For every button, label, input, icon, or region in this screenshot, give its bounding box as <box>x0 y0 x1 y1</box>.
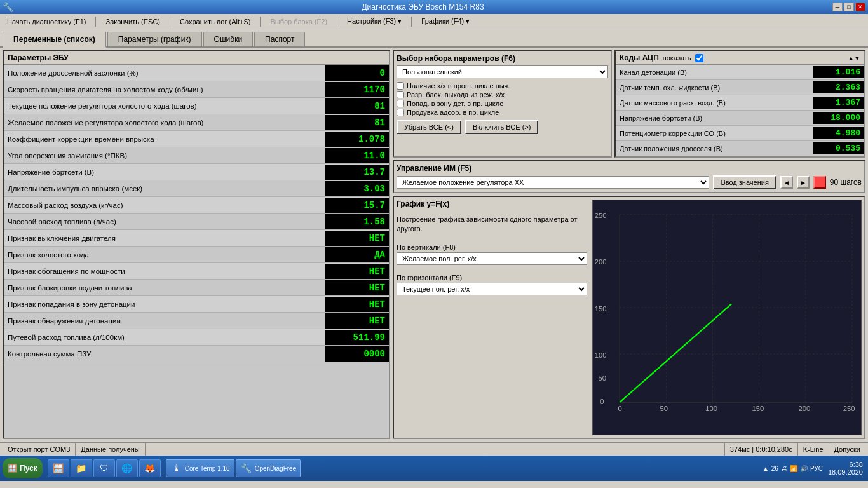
tab-passport[interactable]: Паспорт <box>254 32 305 46</box>
svg-text:100: 100 <box>595 351 607 359</box>
checkbox-label-3: Продувка адсор. в пр. цикле <box>407 109 499 116</box>
adc-name: Датчик темп. охл. жидкости (В) <box>616 83 813 93</box>
param-select-panel: Выбор набора параметров (F6) Пользовател… <box>393 50 612 158</box>
menu-sep-2 <box>170 17 170 27</box>
close-button[interactable]: ✕ <box>855 3 865 11</box>
param-row: Признак обнаружения детонации НЕТ <box>4 313 389 329</box>
main-content: Параметры ЭБУ Положение дроссельной засл… <box>0 48 868 442</box>
param-value: НЕТ <box>325 313 389 329</box>
param-row: Желаемое положение регулятора холостого … <box>4 114 389 131</box>
checkbox-label-2: Попад. в зону дет. в пр. цикле <box>407 100 503 107</box>
tab-params-graph[interactable]: Параметры (график) <box>107 32 202 46</box>
menu-sep-1 <box>95 17 96 27</box>
adc-row: Канал детонации (В) 1.016 <box>616 65 864 80</box>
adc-row: Напряжение бортсети (В) 18.000 <box>616 111 864 126</box>
taskbar-right: ▲ 26 🖨 📶 🔊 РУС 6:38 18.09.2020 <box>763 461 865 476</box>
param-value: 0000 <box>325 346 389 362</box>
menu-start-diag[interactable]: Начать диагностику (F1) <box>1 16 92 27</box>
sys-tray: ▲ 26 🖨 📶 🔊 РУС <box>763 465 823 472</box>
param-row: Путевой расход топлива (л/100км) 511.99 <box>4 329 389 346</box>
adc-value: 18.000 <box>813 112 864 124</box>
adc-row: Датчик темп. охл. жидкости (В) 2.363 <box>616 80 864 95</box>
param-value: 511.99 <box>325 330 389 345</box>
im-prev-button[interactable]: ◄ <box>780 176 793 189</box>
param-value: 1.58 <box>325 214 389 229</box>
param-value: 3.03 <box>325 181 389 196</box>
checkbox-0[interactable] <box>397 82 404 90</box>
adc-scroll-hint: ▲▼ <box>848 55 860 62</box>
adc-value: 1.367 <box>813 97 864 109</box>
checkbox-row: Продувка адсор. в пр. цикле <box>397 109 608 116</box>
taskbar-app-2[interactable]: 📁 <box>71 459 92 477</box>
taskbar: 🪟 Пуск 🪟 📁 🛡 🌐 🦊 🌡 Core Temp 1.16 🔧 Open… <box>0 456 868 481</box>
minimize-button[interactable]: ─ <box>832 3 843 11</box>
start-label: Пуск <box>20 464 37 473</box>
taskbar-opendiag[interactable]: 🔧 OpenDiagFree <box>236 459 301 477</box>
checkbox-2[interactable] <box>397 100 404 107</box>
start-icon: 🪟 <box>8 464 17 473</box>
param-name: Контрольная сумма ПЗУ <box>4 349 325 359</box>
im-select[interactable]: Желаемое положение регулятора ХХ <box>397 176 709 189</box>
taskbar-app-1[interactable]: 🪟 <box>48 459 69 477</box>
menu-settings[interactable]: Настройки (F3) ▾ <box>341 15 407 27</box>
param-select-dropdown[interactable]: Пользовательский Стандартный Все <box>397 65 608 78</box>
graph-left: График y=F(x) Построение графика зависим… <box>397 200 587 435</box>
window-controls: ─ □ ✕ <box>832 3 865 11</box>
taskbar-app-5[interactable]: 🦊 <box>139 459 161 477</box>
tray-expand[interactable]: ▲ <box>763 465 769 472</box>
remove-all-button[interactable]: Убрать ВСЕ (<) <box>397 120 461 134</box>
tab-variables[interactable]: Переменные (список) <box>3 32 106 48</box>
param-row: Признак блокировки подачи топлива НЕТ <box>4 280 389 296</box>
taskbar-app-4[interactable]: 🌐 <box>116 459 138 477</box>
svg-text:250: 250 <box>843 405 855 412</box>
status-protocol: K-Line <box>798 443 829 456</box>
add-all-button[interactable]: Включить ВСЕ (>) <box>465 120 538 134</box>
im-next-button[interactable]: ► <box>797 176 810 189</box>
adc-show-checkbox[interactable] <box>695 54 703 62</box>
maximize-button[interactable]: □ <box>844 3 854 11</box>
adc-value: 0.535 <box>813 142 864 154</box>
param-name: Желаемое положение регулятора холостого … <box>4 118 325 128</box>
menu-sep-4 <box>337 17 337 27</box>
clock: 6:38 18.09.2020 <box>825 461 865 476</box>
param-row: Скорость вращения двигателя на холостом … <box>4 81 389 98</box>
graph-title: График y=F(x) <box>397 200 587 208</box>
im-steps: 90 шагов <box>830 178 862 187</box>
param-name: Признак обогащения по мощности <box>4 266 325 276</box>
param-row: Текущее положение регулятора холостого х… <box>4 98 389 114</box>
svg-text:0: 0 <box>618 405 621 412</box>
svg-text:0: 0 <box>600 398 604 405</box>
adc-name: Датчик положения дросселя (В) <box>616 144 813 154</box>
taskbar-coretemp[interactable]: 🌡 Core Temp 1.16 <box>166 459 234 477</box>
graph-horizontal-select[interactable]: Текущее пол. рег. х/х Желаемое пол. рег.… <box>397 283 587 295</box>
opendiag-label: OpenDiagFree <box>255 465 297 472</box>
svg-text:50: 50 <box>598 374 606 382</box>
param-name: Признак обнаружения детонации <box>4 316 325 326</box>
param-name: Текущее положение регулятора холостого х… <box>4 101 325 111</box>
adc-row: Потенциометр коррекции СО (В) 4.980 <box>616 126 864 141</box>
checkbox-1[interactable] <box>397 91 404 98</box>
im-input-button[interactable]: Ввод значения <box>713 175 776 189</box>
checkbox-3[interactable] <box>397 109 404 116</box>
menu-block-select: Выбор блока (F2) <box>264 16 333 27</box>
svg-line-23 <box>620 304 731 402</box>
right-panels: Выбор набора параметров (F6) Пользовател… <box>393 50 865 439</box>
im-row: Желаемое положение регулятора ХХ Ввод зн… <box>397 175 862 189</box>
checkbox-label-0: Наличие х/х в прош. цикле выч. <box>407 82 510 90</box>
svg-text:200: 200 <box>799 405 811 412</box>
status-port: Открыт порт COM3 <box>3 443 76 456</box>
tab-errors[interactable]: Ошибки <box>203 32 254 46</box>
start-button[interactable]: 🪟 Пуск <box>3 458 43 478</box>
param-value: 1.078 <box>325 132 389 147</box>
menu-stop-diag[interactable]: Закончить (ESC) <box>100 16 166 27</box>
adc-header: Коды АЦП показать ▲▼ <box>616 51 864 65</box>
coretemp-icon: 🌡 <box>170 462 183 475</box>
menu-save-log[interactable]: Сохранить лог (Alt+S) <box>174 16 256 27</box>
im-stop-button[interactable] <box>813 176 826 189</box>
taskbar-app-3[interactable]: 🛡 <box>93 459 115 477</box>
graph-vertical-select[interactable]: Желаемое пол. рег. х/х Текущее пол. рег.… <box>397 252 587 265</box>
adc-name: Канал детонации (В) <box>616 67 813 78</box>
clock-date: 18.09.2020 <box>828 468 863 476</box>
menu-graphs[interactable]: Графики (F4) ▾ <box>416 15 475 27</box>
svg-text:250: 250 <box>595 212 607 219</box>
